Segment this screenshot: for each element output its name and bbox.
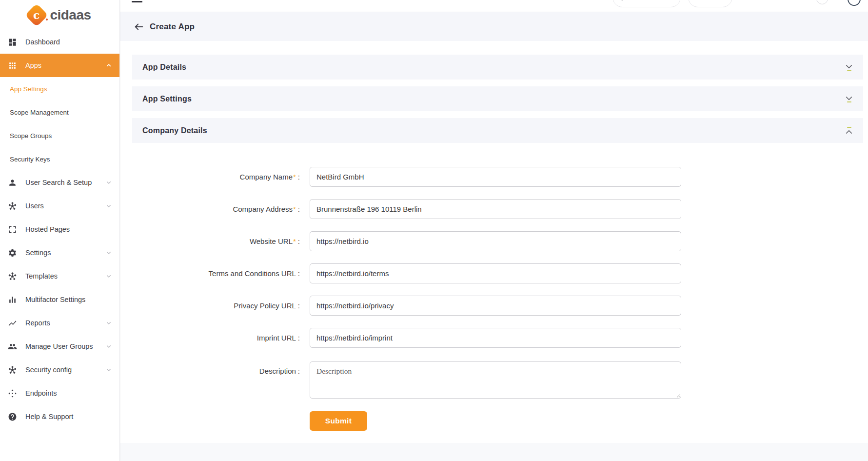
chevron-down-icon	[105, 272, 113, 280]
field-label: Privacy Policy URL:	[132, 301, 300, 310]
sidebar-item-dashboard[interactable]: Dashboard	[0, 30, 119, 54]
brand-name: cidaas	[50, 7, 91, 23]
back-arrow-icon[interactable]	[133, 21, 145, 33]
gear-icon	[7, 248, 17, 258]
sidebar-item-multifactor-settings[interactable]: Multifactor Settings	[0, 288, 119, 311]
sidebar-item-label: Endpoints	[25, 389, 113, 397]
toolbar-pill-button-1[interactable]	[612, 0, 681, 7]
endpoints-icon	[7, 388, 17, 398]
apps-grid-icon	[7, 60, 17, 70]
chevron-down-icon	[105, 202, 113, 210]
company-name-input[interactable]	[310, 167, 681, 187]
form-row-company-address: Company Address*:	[132, 199, 863, 219]
form-row-description: Description:	[132, 361, 863, 399]
field-label: Imprint URL:	[132, 334, 300, 342]
sidebar-item-users[interactable]: Users	[0, 194, 119, 218]
sidebar-item-label: Templates	[25, 272, 105, 280]
privacy-url-input[interactable]	[310, 296, 681, 316]
required-asterisk: *	[293, 205, 296, 213]
form-row-terms-url: Terms and Conditions URL:	[132, 263, 863, 283]
sidebar-item-security-config[interactable]: Security config	[0, 358, 119, 381]
sidebar-item-reports[interactable]: Reports	[0, 311, 119, 335]
subitem-label: Scope Groups	[10, 132, 52, 140]
brand-logo[interactable]: c cidaas	[0, 0, 119, 30]
accordion-company-details[interactable]: Company Details	[132, 118, 863, 143]
sidebar-item-label: Security config	[25, 366, 105, 374]
sidebar: c cidaas Dashboard Apps App Settings Sco…	[0, 0, 120, 461]
form-row-website-url: Website URL*:	[132, 231, 863, 251]
sidebar-item-settings[interactable]: Settings	[0, 241, 119, 264]
terms-url-input[interactable]	[310, 263, 681, 283]
chevron-down-icon	[844, 96, 854, 102]
submit-row: Submit	[132, 411, 863, 431]
subitem-label: Scope Management	[10, 109, 69, 116]
sidebar-subitem-app-settings[interactable]: App Settings	[0, 77, 119, 100]
cidaas-logo-icon: c	[25, 3, 48, 26]
imprint-url-input[interactable]	[310, 328, 681, 348]
sidebar-item-label: Dashboard	[25, 38, 113, 46]
hosted-pages-icon	[7, 224, 17, 234]
sidebar-item-hosted-pages[interactable]: Hosted Pages	[0, 218, 119, 241]
person-icon	[7, 178, 17, 187]
page-title: Create App	[150, 22, 195, 32]
submit-button[interactable]: Submit	[310, 411, 367, 431]
sidebar-item-apps[interactable]: Apps	[0, 54, 119, 77]
main-area: Create App App Details App Settings Comp…	[120, 0, 868, 461]
description-textarea[interactable]	[310, 361, 681, 399]
accordion-app-details[interactable]: App Details	[132, 55, 863, 80]
sidebar-item-label: Multifactor Settings	[25, 296, 113, 303]
chevron-down-icon	[105, 249, 113, 257]
field-label: Terms and Conditions URL:	[132, 269, 300, 278]
document-icon	[694, 0, 701, 0]
accordion-app-settings[interactable]: App Settings	[132, 86, 863, 111]
website-url-input[interactable]	[310, 231, 681, 251]
subitem-label: Security Keys	[10, 156, 50, 163]
sidebar-subitem-scope-management[interactable]: Scope Management	[0, 100, 119, 124]
user-groups-icon	[7, 341, 17, 351]
page-content: App Details App Settings Company Details	[120, 41, 868, 443]
chevron-down-icon	[105, 179, 113, 186]
required-asterisk: *	[293, 173, 296, 181]
gear-icon	[619, 0, 626, 1]
accordion-title: App Settings	[142, 95, 844, 103]
footer-strip	[120, 443, 868, 461]
sidebar-item-label: Reports	[25, 319, 105, 327]
sidebar-item-endpoints[interactable]: Endpoints	[0, 381, 119, 405]
form-row-imprint-url: Imprint URL:	[132, 328, 863, 348]
field-label: Company Name*:	[132, 173, 300, 181]
sidebar-item-label: Users	[25, 202, 105, 210]
chevron-down-icon	[105, 342, 113, 350]
chevron-down-icon	[844, 64, 854, 71]
notification-circle-icon[interactable]	[816, 0, 828, 4]
sidebar-item-help-support[interactable]: Help & Support	[0, 405, 119, 428]
form-row-company-name: Company Name*:	[132, 167, 863, 187]
help-icon	[7, 412, 17, 421]
sidebar-item-label: Help & Support	[25, 413, 113, 421]
sidebar-subitem-scope-groups[interactable]: Scope Groups	[0, 124, 119, 147]
toolbar-pill-button-2[interactable]	[688, 0, 732, 7]
chevron-up-icon	[105, 61, 113, 69]
hub-icon	[7, 271, 17, 281]
field-label: Description:	[132, 361, 300, 375]
sidebar-item-label: Manage User Groups	[25, 342, 105, 350]
subitem-label: App Settings	[10, 85, 47, 93]
sidebar-item-label: Hosted Pages	[25, 225, 113, 233]
user-avatar[interactable]	[848, 0, 861, 6]
sidebar-item-user-search-setup[interactable]: User Search & Setup	[0, 171, 119, 194]
sidebar-subitem-security-keys[interactable]: Security Keys	[0, 147, 119, 171]
chevron-down-icon	[105, 319, 113, 327]
line-chart-icon	[7, 318, 17, 328]
required-asterisk: *	[293, 237, 296, 245]
field-label: Company Address*:	[132, 205, 300, 213]
bar-chart-icon	[7, 295, 17, 304]
accordion-title: Company Details	[142, 126, 844, 135]
top-toolbar	[120, 0, 868, 12]
menu-icon[interactable]	[132, 0, 142, 2]
form-row-privacy-url: Privacy Policy URL:	[132, 296, 863, 316]
field-label: Website URL*:	[132, 237, 300, 245]
chevron-up-icon	[844, 127, 854, 135]
sidebar-item-manage-user-groups[interactable]: Manage User Groups	[0, 335, 119, 358]
sidebar-item-templates[interactable]: Templates	[0, 264, 119, 288]
company-address-input[interactable]	[310, 199, 681, 219]
hub-icon	[7, 365, 17, 375]
